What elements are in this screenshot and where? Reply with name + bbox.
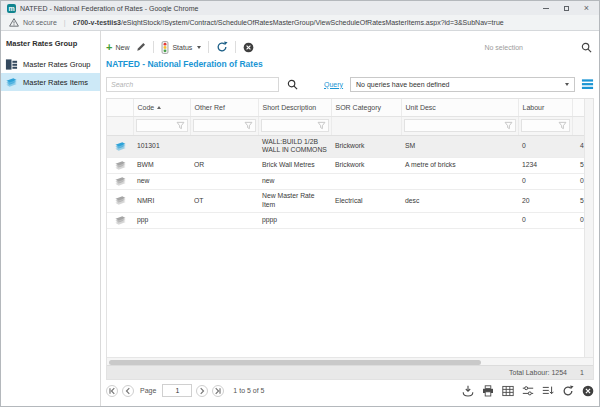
labour-filter-input[interactable]	[521, 119, 570, 132]
prev-page-button[interactable]	[122, 385, 134, 397]
cell-labour: 0	[518, 212, 572, 228]
column-header-short-description[interactable]: Short Description	[258, 99, 331, 116]
pagination-bar: Page 1 to 5 of 5	[106, 380, 594, 401]
sidebar-item-master-rates-items[interactable]: Master Rates Items	[1, 73, 100, 91]
app-frame: Master Rates Group Master Rates Group Ma…	[1, 31, 599, 406]
other-ref-filter-input[interactable]	[193, 119, 256, 132]
column-header-code[interactable]: Code	[133, 99, 190, 116]
search-input[interactable]	[106, 77, 279, 92]
chevron-down-icon	[197, 46, 201, 49]
cell-code: new	[133, 174, 190, 190]
minimize-icon[interactable]	[543, 8, 549, 9]
refresh-icon[interactable]	[562, 385, 574, 397]
new-button[interactable]: + New	[106, 42, 129, 53]
column-header-labour[interactable]: Labour	[518, 99, 572, 116]
rates-grid: Code Other Ref Short Description SOR Cat…	[106, 98, 594, 380]
cancel-icon[interactable]	[582, 385, 594, 397]
horizontal-scrollbar[interactable]	[107, 357, 593, 365]
cell-sor-category	[331, 212, 401, 228]
cancel-icon	[243, 42, 254, 53]
search-icon[interactable]	[287, 79, 298, 90]
vertical-scrollbar[interactable]	[584, 99, 593, 357]
status-button-label: Status	[172, 44, 192, 51]
sidebar: Master Rates Group Master Rates Group Ma…	[1, 31, 101, 406]
column-list-icon[interactable]	[542, 385, 554, 397]
column-header-other-ref[interactable]: Other Ref	[190, 99, 258, 116]
refresh-button[interactable]	[216, 41, 228, 53]
not-secure-warning-icon	[9, 18, 19, 27]
rate-item-icon	[114, 176, 127, 187]
funnel-icon[interactable]	[244, 121, 253, 130]
sidebar-item-master-rates-group[interactable]: Master Rates Group	[1, 55, 100, 73]
last-page-button[interactable]	[212, 385, 224, 397]
unit-desc-filter-input[interactable]	[404, 119, 516, 132]
new-button-label: New	[115, 44, 129, 51]
column-header-unit-desc[interactable]: Unit Desc	[401, 99, 518, 116]
query-select-value: No queries have been defined	[356, 81, 449, 88]
rate-item-icon	[114, 215, 127, 226]
query-link[interactable]: Query	[324, 81, 343, 88]
traffic-light-icon	[161, 41, 169, 54]
cell-next-col-clipped: 5	[572, 190, 584, 213]
toolbar-right: No selection	[484, 42, 594, 53]
saved-queries-icon[interactable]	[581, 78, 594, 90]
sidebar-item-label: Master Rates Items	[23, 78, 88, 87]
cell-next-col-clipped: 0	[572, 174, 584, 190]
cell-other-ref: OR	[190, 158, 258, 174]
funnel-icon[interactable]	[176, 121, 185, 130]
filter-settings-icon[interactable]	[522, 385, 534, 397]
first-page-button[interactable]	[106, 385, 118, 397]
first-page-icon	[108, 387, 116, 395]
record-range-label: 1 to 5 of 5	[233, 387, 264, 394]
short-description-filter-input[interactable]	[261, 119, 329, 132]
table-row[interactable]: 101301 WALL:BUILD 1/2B WALL IN COMMONS B…	[107, 135, 584, 158]
total-labour-label: Total Labour: 1254	[509, 369, 567, 376]
search-icon[interactable]	[581, 42, 592, 53]
grid-total-bar: Total Labour: 1254 1	[107, 365, 593, 379]
security-label[interactable]: Not secure	[23, 19, 57, 26]
toolbar-divider	[235, 41, 236, 53]
status-button[interactable]: Status	[161, 41, 201, 54]
funnel-icon[interactable]	[558, 121, 567, 130]
table-columns-icon[interactable]	[502, 385, 514, 397]
table-row[interactable]: NMRI OT New Master Rate Item Electrical …	[107, 190, 584, 213]
sidebar-header: Master Rates Group	[1, 31, 100, 55]
prev-page-icon	[124, 387, 132, 395]
last-page-icon	[214, 387, 222, 395]
export-icon[interactable]	[462, 385, 474, 397]
toolbar-divider	[208, 41, 209, 53]
code-filter-input[interactable]	[136, 119, 188, 132]
refresh-icon	[216, 41, 228, 53]
cell-unit-desc: SM	[401, 135, 518, 158]
master-rates-items-icon	[5, 76, 18, 89]
sidebar-item-label: Master Rates Group	[23, 60, 91, 69]
toolbar: + New Status	[106, 39, 594, 55]
selection-status: No selection	[484, 44, 523, 51]
close-icon[interactable]: ×	[584, 4, 589, 13]
url-text[interactable]: c700-v-testiis3/eSightStock/!System/Cont…	[73, 19, 504, 26]
browser-titlebar: m NATFED - National Federation of Rates …	[1, 1, 599, 15]
funnel-icon[interactable]	[317, 121, 326, 130]
page-title: NATFED - National Federation of Rates	[106, 59, 594, 69]
table-row[interactable]: ppp pppp 0 0	[107, 212, 584, 228]
table-row[interactable]: BWM OR Brick Wall Metres Brickwork A met…	[107, 158, 584, 174]
maximize-icon[interactable]	[564, 6, 569, 11]
table-row[interactable]: new new 0 0	[107, 174, 584, 190]
address-bar[interactable]: Not secure | c700-v-testiis3/eSightStock…	[1, 15, 599, 31]
site-favicon: m	[7, 4, 16, 13]
cell-sor-category: Electrical	[331, 190, 401, 213]
url-domain: c700-v-testiis3	[73, 19, 121, 26]
cancel-button[interactable]	[243, 42, 254, 53]
print-icon[interactable]	[482, 385, 494, 397]
page-number-input[interactable]	[162, 384, 192, 397]
horizontal-scrollbar-thumb[interactable]	[109, 360, 481, 365]
cell-next-col-clipped: 0	[572, 212, 584, 228]
query-select[interactable]: No queries have been defined	[350, 77, 575, 92]
edit-button[interactable]	[136, 42, 146, 52]
rate-item-icon-cell	[107, 212, 133, 228]
next-page-button[interactable]	[196, 385, 208, 397]
cell-sor-category: Brickwork	[331, 158, 401, 174]
cell-other-ref	[190, 135, 258, 158]
funnel-icon[interactable]	[504, 121, 513, 130]
column-header-sor-category[interactable]: SOR Category	[331, 99, 401, 116]
